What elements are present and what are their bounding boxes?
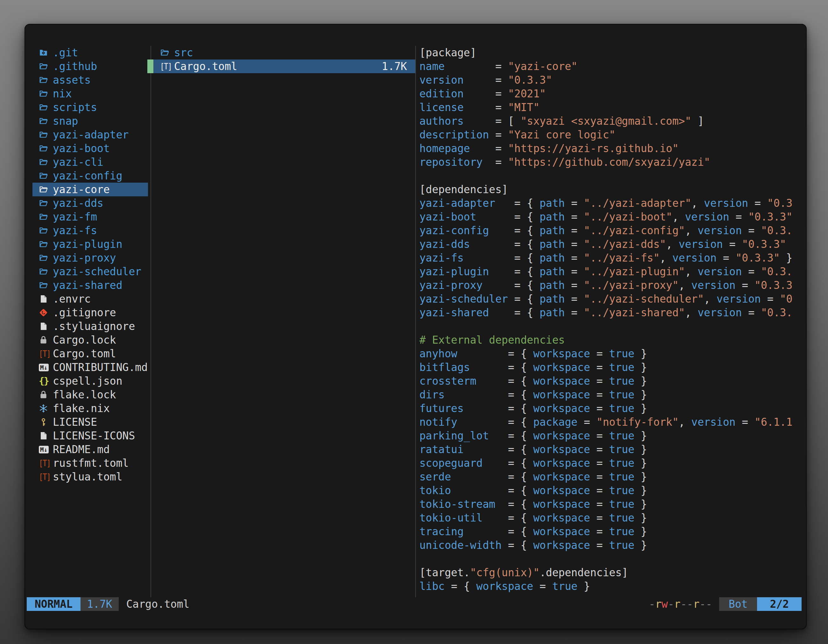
- folder-icon: [39, 169, 50, 183]
- file-row[interactable]: yazi-cli: [33, 155, 148, 169]
- markdown-icon: M↓: [39, 443, 50, 456]
- file-row[interactable]: [T]stylua.toml: [33, 470, 148, 484]
- file-row[interactable]: yazi-config: [33, 169, 148, 183]
- folder-icon: [39, 155, 50, 169]
- lock-icon: [39, 388, 50, 401]
- file-row[interactable]: nix: [33, 87, 148, 100]
- file-row[interactable]: yazi-proxy: [33, 251, 148, 265]
- preview-line: yazi-dds = { path = "../yazi-dds", versi…: [419, 237, 807, 251]
- file-icon: [39, 320, 50, 333]
- file-name: yazi-proxy: [53, 251, 116, 265]
- preview-line: yazi-fs = { path = "../yazi-fs", version…: [419, 251, 807, 265]
- file-row[interactable]: yazi-fs: [33, 224, 148, 237]
- file-name: CONTRIBUTING.md: [53, 360, 147, 374]
- preview-line: homepage = "https://yazi-rs.github.io": [419, 142, 807, 155]
- file-name: Cargo.lock: [53, 333, 116, 347]
- file-row[interactable]: [T]Cargo.toml: [33, 347, 148, 360]
- file-size-label: 1.7K: [87, 597, 112, 611]
- file-name: rustfmt.toml: [53, 456, 129, 470]
- file-name: LICENSE-ICONS: [53, 429, 135, 443]
- cursor-position-label: 2/2: [770, 597, 789, 611]
- file-name: yazi-fs: [53, 224, 97, 237]
- preview-line: [419, 320, 807, 333]
- file-name: assets: [53, 73, 91, 87]
- yazi-terminal-window: .git.githubassetsnixscriptssnapyazi-adap…: [25, 24, 807, 629]
- preview-line: yazi-plugin = { path = "../yazi-plugin",…: [419, 265, 807, 278]
- file-name: yazi-fm: [53, 210, 97, 224]
- file-row[interactable]: scripts: [33, 100, 148, 114]
- file-row[interactable]: LICENSE: [33, 415, 148, 429]
- file-preview-pane: [package]name = "yazi-core"version = "0.…: [419, 46, 807, 593]
- file-row[interactable]: yazi-scheduler: [33, 265, 148, 278]
- file-row[interactable]: snap: [33, 114, 148, 128]
- preview-line: description = "Yazi core logic": [419, 128, 807, 142]
- file-icon: [39, 292, 50, 306]
- file-row[interactable]: flake.nix: [33, 401, 148, 415]
- file-name: yazi-dds: [53, 196, 104, 210]
- file-name: yazi-scheduler: [53, 265, 141, 278]
- file-name: flake.lock: [53, 388, 116, 401]
- file-icon: [39, 429, 50, 443]
- mode-label: NORMAL: [34, 597, 72, 611]
- file-name: nix: [53, 87, 72, 100]
- file-row[interactable]: assets: [33, 73, 148, 87]
- file-permissions: -rw-r--r--: [649, 597, 712, 611]
- file-row[interactable]: .gitignore: [33, 306, 148, 320]
- preview-line: tokio-util = { workspace = true }: [419, 511, 807, 525]
- folder-icon: [39, 100, 50, 114]
- folder-icon: [39, 224, 50, 237]
- preview-line: license = "MIT": [419, 100, 807, 114]
- file-size-badge: 1.7K: [80, 597, 118, 611]
- preview-line: name = "yazi-core": [419, 60, 807, 73]
- file-row[interactable]: yazi-plugin: [33, 237, 148, 251]
- file-row[interactable]: src: [154, 46, 415, 60]
- file-name: .envrc: [53, 292, 91, 306]
- json-icon: {}: [39, 374, 50, 388]
- file-name: stylua.toml: [53, 470, 122, 484]
- folder-icon: [39, 210, 50, 224]
- preview-line: parking_lot = { workspace = true }: [419, 429, 807, 443]
- file-row[interactable]: .envrc: [33, 292, 148, 306]
- file-row[interactable]: [T]Cargo.toml1.7K: [154, 60, 415, 73]
- file-name: .github: [53, 60, 97, 73]
- file-row[interactable]: .git: [33, 46, 148, 60]
- preview-line: yazi-config = { path = "../yazi-config",…: [419, 224, 807, 237]
- file-row[interactable]: .github: [33, 60, 148, 73]
- file-row[interactable]: yazi-core: [33, 183, 148, 196]
- file-row[interactable]: yazi-dds: [33, 196, 148, 210]
- file-row[interactable]: [T]rustfmt.toml: [33, 456, 148, 470]
- preview-line: [package]: [419, 46, 807, 60]
- preview-line: yazi-proxy = { path = "../yazi-proxy", v…: [419, 278, 807, 292]
- file-row[interactable]: M↓CONTRIBUTING.md: [33, 360, 148, 374]
- cursor-position-badge: 2/2: [757, 597, 801, 611]
- toml-icon: [T]: [39, 456, 50, 470]
- file-row[interactable]: LICENSE-ICONS: [33, 429, 148, 443]
- preview-line: libc = { workspace = true }: [419, 580, 807, 593]
- scroll-position-label: Bot: [729, 597, 748, 611]
- file-row[interactable]: {}cspell.json: [33, 374, 148, 388]
- folder-icon: [39, 87, 50, 100]
- file-row[interactable]: flake.lock: [33, 388, 148, 401]
- file-row[interactable]: yazi-fm: [33, 210, 148, 224]
- preview-line: yazi-boot = { path = "../yazi-boot", ver…: [419, 210, 807, 224]
- file-name: yazi-config: [53, 169, 122, 183]
- file-row[interactable]: yazi-shared: [33, 278, 148, 292]
- file-name: LICENSE: [53, 415, 97, 429]
- folder-icon: [39, 73, 50, 87]
- preview-line: [target."cfg(unix)".dependencies]: [419, 566, 807, 580]
- toml-icon: [T]: [160, 60, 171, 73]
- selection-marker: [147, 60, 154, 73]
- file-row[interactable]: .styluaignore: [33, 320, 148, 333]
- file-row[interactable]: Cargo.lock: [33, 333, 148, 347]
- preview-line: version = "0.3.3": [419, 73, 807, 87]
- folder-icon: [39, 114, 50, 128]
- current-directory-pane: src[T]Cargo.toml1.7K: [154, 46, 415, 73]
- file-name: .styluaignore: [53, 320, 135, 333]
- key-icon: [39, 415, 50, 429]
- file-row[interactable]: M↓README.md: [33, 443, 148, 456]
- file-row[interactable]: yazi-boot: [33, 142, 148, 155]
- file-row[interactable]: yazi-adapter: [33, 128, 148, 142]
- file-name: yazi-shared: [53, 278, 122, 292]
- scroll-position-badge: Bot: [719, 597, 757, 611]
- preview-line: [dependencies]: [419, 183, 807, 196]
